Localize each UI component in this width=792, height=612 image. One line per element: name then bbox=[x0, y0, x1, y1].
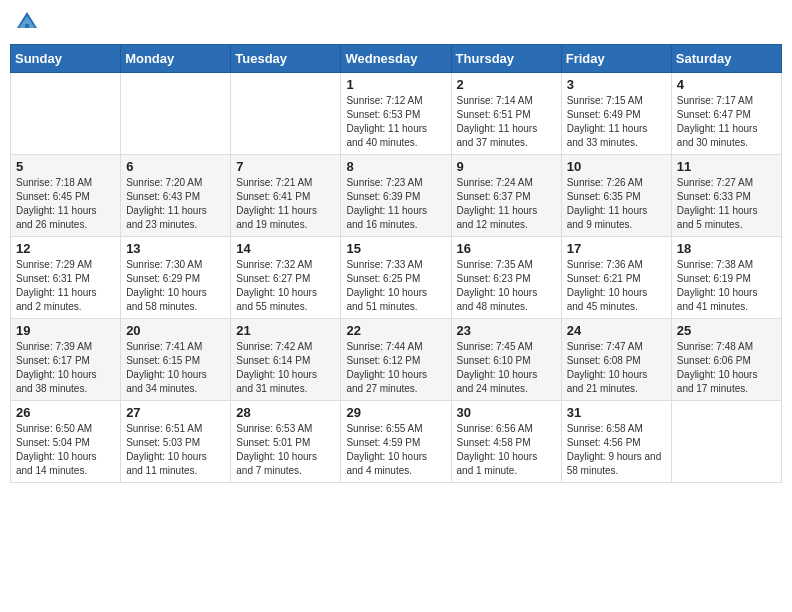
day-cell: 4Sunrise: 7:17 AM Sunset: 6:47 PM Daylig… bbox=[671, 73, 781, 155]
day-info: Sunrise: 6:55 AM Sunset: 4:59 PM Dayligh… bbox=[346, 422, 445, 478]
day-cell: 2Sunrise: 7:14 AM Sunset: 6:51 PM Daylig… bbox=[451, 73, 561, 155]
day-cell: 15Sunrise: 7:33 AM Sunset: 6:25 PM Dayli… bbox=[341, 237, 451, 319]
week-row-3: 12Sunrise: 7:29 AM Sunset: 6:31 PM Dayli… bbox=[11, 237, 782, 319]
day-info: Sunrise: 7:38 AM Sunset: 6:19 PM Dayligh… bbox=[677, 258, 776, 314]
day-info: Sunrise: 7:39 AM Sunset: 6:17 PM Dayligh… bbox=[16, 340, 115, 396]
day-cell: 25Sunrise: 7:48 AM Sunset: 6:06 PM Dayli… bbox=[671, 319, 781, 401]
header-sunday: Sunday bbox=[11, 45, 121, 73]
day-number: 31 bbox=[567, 405, 666, 420]
day-number: 13 bbox=[126, 241, 225, 256]
day-cell: 29Sunrise: 6:55 AM Sunset: 4:59 PM Dayli… bbox=[341, 401, 451, 483]
day-cell: 10Sunrise: 7:26 AM Sunset: 6:35 PM Dayli… bbox=[561, 155, 671, 237]
day-info: Sunrise: 7:17 AM Sunset: 6:47 PM Dayligh… bbox=[677, 94, 776, 150]
day-info: Sunrise: 6:56 AM Sunset: 4:58 PM Dayligh… bbox=[457, 422, 556, 478]
day-info: Sunrise: 7:32 AM Sunset: 6:27 PM Dayligh… bbox=[236, 258, 335, 314]
day-info: Sunrise: 6:50 AM Sunset: 5:04 PM Dayligh… bbox=[16, 422, 115, 478]
day-number: 21 bbox=[236, 323, 335, 338]
day-cell: 12Sunrise: 7:29 AM Sunset: 6:31 PM Dayli… bbox=[11, 237, 121, 319]
day-info: Sunrise: 7:20 AM Sunset: 6:43 PM Dayligh… bbox=[126, 176, 225, 232]
day-cell: 31Sunrise: 6:58 AM Sunset: 4:56 PM Dayli… bbox=[561, 401, 671, 483]
day-cell: 8Sunrise: 7:23 AM Sunset: 6:39 PM Daylig… bbox=[341, 155, 451, 237]
day-number: 20 bbox=[126, 323, 225, 338]
day-number: 8 bbox=[346, 159, 445, 174]
day-info: Sunrise: 7:41 AM Sunset: 6:15 PM Dayligh… bbox=[126, 340, 225, 396]
day-cell: 16Sunrise: 7:35 AM Sunset: 6:23 PM Dayli… bbox=[451, 237, 561, 319]
day-cell: 17Sunrise: 7:36 AM Sunset: 6:21 PM Dayli… bbox=[561, 237, 671, 319]
day-cell: 26Sunrise: 6:50 AM Sunset: 5:04 PM Dayli… bbox=[11, 401, 121, 483]
logo bbox=[15, 10, 43, 34]
calendar-header-row: SundayMondayTuesdayWednesdayThursdayFrid… bbox=[11, 45, 782, 73]
day-number: 22 bbox=[346, 323, 445, 338]
day-cell: 24Sunrise: 7:47 AM Sunset: 6:08 PM Dayli… bbox=[561, 319, 671, 401]
day-info: Sunrise: 7:23 AM Sunset: 6:39 PM Dayligh… bbox=[346, 176, 445, 232]
day-number: 28 bbox=[236, 405, 335, 420]
day-cell: 3Sunrise: 7:15 AM Sunset: 6:49 PM Daylig… bbox=[561, 73, 671, 155]
day-number: 10 bbox=[567, 159, 666, 174]
calendar-table: SundayMondayTuesdayWednesdayThursdayFrid… bbox=[10, 44, 782, 483]
page-header bbox=[10, 10, 782, 34]
header-tuesday: Tuesday bbox=[231, 45, 341, 73]
day-cell: 22Sunrise: 7:44 AM Sunset: 6:12 PM Dayli… bbox=[341, 319, 451, 401]
week-row-4: 19Sunrise: 7:39 AM Sunset: 6:17 PM Dayli… bbox=[11, 319, 782, 401]
day-info: Sunrise: 7:21 AM Sunset: 6:41 PM Dayligh… bbox=[236, 176, 335, 232]
day-number: 18 bbox=[677, 241, 776, 256]
day-info: Sunrise: 7:18 AM Sunset: 6:45 PM Dayligh… bbox=[16, 176, 115, 232]
header-thursday: Thursday bbox=[451, 45, 561, 73]
day-cell: 21Sunrise: 7:42 AM Sunset: 6:14 PM Dayli… bbox=[231, 319, 341, 401]
day-info: Sunrise: 7:29 AM Sunset: 6:31 PM Dayligh… bbox=[16, 258, 115, 314]
day-number: 9 bbox=[457, 159, 556, 174]
day-cell: 27Sunrise: 6:51 AM Sunset: 5:03 PM Dayli… bbox=[121, 401, 231, 483]
week-row-2: 5Sunrise: 7:18 AM Sunset: 6:45 PM Daylig… bbox=[11, 155, 782, 237]
day-info: Sunrise: 7:47 AM Sunset: 6:08 PM Dayligh… bbox=[567, 340, 666, 396]
day-cell: 11Sunrise: 7:27 AM Sunset: 6:33 PM Dayli… bbox=[671, 155, 781, 237]
day-number: 2 bbox=[457, 77, 556, 92]
day-number: 3 bbox=[567, 77, 666, 92]
day-cell bbox=[231, 73, 341, 155]
day-number: 30 bbox=[457, 405, 556, 420]
day-info: Sunrise: 7:27 AM Sunset: 6:33 PM Dayligh… bbox=[677, 176, 776, 232]
day-number: 15 bbox=[346, 241, 445, 256]
day-info: Sunrise: 6:51 AM Sunset: 5:03 PM Dayligh… bbox=[126, 422, 225, 478]
day-number: 14 bbox=[236, 241, 335, 256]
day-info: Sunrise: 7:30 AM Sunset: 6:29 PM Dayligh… bbox=[126, 258, 225, 314]
day-info: Sunrise: 7:44 AM Sunset: 6:12 PM Dayligh… bbox=[346, 340, 445, 396]
day-cell: 13Sunrise: 7:30 AM Sunset: 6:29 PM Dayli… bbox=[121, 237, 231, 319]
day-number: 12 bbox=[16, 241, 115, 256]
day-cell: 5Sunrise: 7:18 AM Sunset: 6:45 PM Daylig… bbox=[11, 155, 121, 237]
header-saturday: Saturday bbox=[671, 45, 781, 73]
day-cell: 23Sunrise: 7:45 AM Sunset: 6:10 PM Dayli… bbox=[451, 319, 561, 401]
day-info: Sunrise: 7:45 AM Sunset: 6:10 PM Dayligh… bbox=[457, 340, 556, 396]
day-cell bbox=[11, 73, 121, 155]
header-monday: Monday bbox=[121, 45, 231, 73]
logo-icon bbox=[15, 10, 39, 34]
day-cell: 7Sunrise: 7:21 AM Sunset: 6:41 PM Daylig… bbox=[231, 155, 341, 237]
day-cell: 19Sunrise: 7:39 AM Sunset: 6:17 PM Dayli… bbox=[11, 319, 121, 401]
day-cell: 28Sunrise: 6:53 AM Sunset: 5:01 PM Dayli… bbox=[231, 401, 341, 483]
day-cell bbox=[121, 73, 231, 155]
day-cell: 18Sunrise: 7:38 AM Sunset: 6:19 PM Dayli… bbox=[671, 237, 781, 319]
day-number: 4 bbox=[677, 77, 776, 92]
day-info: Sunrise: 7:15 AM Sunset: 6:49 PM Dayligh… bbox=[567, 94, 666, 150]
header-friday: Friday bbox=[561, 45, 671, 73]
day-info: Sunrise: 7:33 AM Sunset: 6:25 PM Dayligh… bbox=[346, 258, 445, 314]
day-number: 16 bbox=[457, 241, 556, 256]
day-number: 25 bbox=[677, 323, 776, 338]
header-wednesday: Wednesday bbox=[341, 45, 451, 73]
day-number: 7 bbox=[236, 159, 335, 174]
day-number: 27 bbox=[126, 405, 225, 420]
day-cell: 14Sunrise: 7:32 AM Sunset: 6:27 PM Dayli… bbox=[231, 237, 341, 319]
day-info: Sunrise: 6:53 AM Sunset: 5:01 PM Dayligh… bbox=[236, 422, 335, 478]
day-cell: 20Sunrise: 7:41 AM Sunset: 6:15 PM Dayli… bbox=[121, 319, 231, 401]
day-info: Sunrise: 7:35 AM Sunset: 6:23 PM Dayligh… bbox=[457, 258, 556, 314]
svg-rect-2 bbox=[25, 24, 29, 28]
day-cell: 30Sunrise: 6:56 AM Sunset: 4:58 PM Dayli… bbox=[451, 401, 561, 483]
week-row-5: 26Sunrise: 6:50 AM Sunset: 5:04 PM Dayli… bbox=[11, 401, 782, 483]
day-number: 1 bbox=[346, 77, 445, 92]
day-cell: 1Sunrise: 7:12 AM Sunset: 6:53 PM Daylig… bbox=[341, 73, 451, 155]
day-number: 24 bbox=[567, 323, 666, 338]
day-number: 19 bbox=[16, 323, 115, 338]
day-number: 29 bbox=[346, 405, 445, 420]
day-info: Sunrise: 7:24 AM Sunset: 6:37 PM Dayligh… bbox=[457, 176, 556, 232]
day-number: 11 bbox=[677, 159, 776, 174]
week-row-1: 1Sunrise: 7:12 AM Sunset: 6:53 PM Daylig… bbox=[11, 73, 782, 155]
